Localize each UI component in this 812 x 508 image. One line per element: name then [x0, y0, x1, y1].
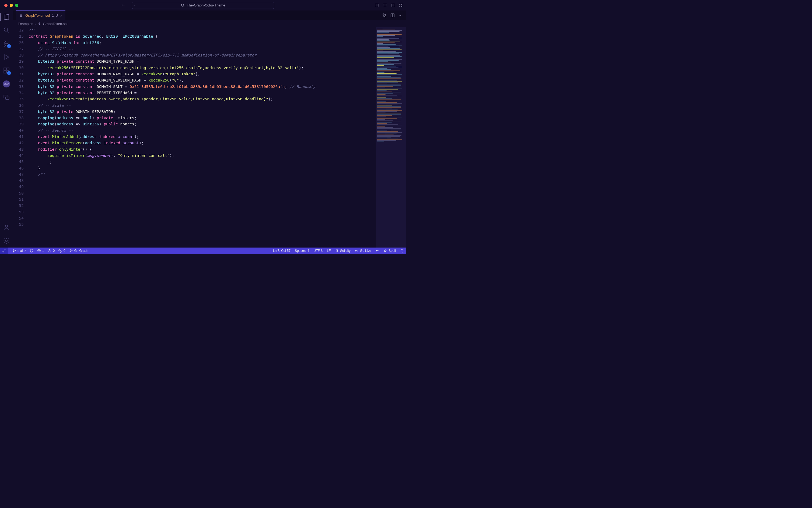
window-maximize-button[interactable]: [15, 4, 18, 7]
chat-icon[interactable]: [3, 94, 10, 101]
minimap[interactable]: [376, 27, 406, 248]
ports[interactable]: 0: [58, 249, 66, 253]
go-live-button[interactable]: Go Live: [355, 249, 371, 253]
svg-rect-16: [4, 95, 8, 98]
svg-point-24: [13, 251, 14, 252]
search-activity-icon[interactable]: [3, 27, 10, 34]
spell-button[interactable]: Spell: [383, 249, 396, 253]
git-graph-button[interactable]: Git Graph: [69, 249, 88, 253]
compare-changes-icon[interactable]: [382, 13, 387, 17]
svg-point-27: [60, 250, 61, 251]
tab-modifier: 1, U: [52, 14, 58, 17]
scm-badge: 1: [7, 44, 11, 48]
command-center-text: The-Graph-Color-Theme: [187, 3, 225, 7]
more-actions-icon[interactable]: ⋯: [399, 13, 403, 18]
titlebar: ← → The-Graph-Color-Theme: [0, 0, 406, 10]
extensions-icon[interactable]: 1: [3, 67, 10, 74]
solidity-file-icon: [19, 13, 23, 18]
layout-icon[interactable]: [399, 3, 403, 7]
notifications-icon[interactable]: [400, 249, 404, 253]
svg-point-9: [4, 41, 5, 42]
window-minimize-button[interactable]: [10, 4, 13, 7]
encoding[interactable]: UTF-8: [313, 249, 323, 253]
solidity-file-icon: [37, 22, 41, 26]
breadcrumb[interactable]: Examples › GraphToken.sol: [13, 20, 406, 27]
split-editor-icon[interactable]: [391, 13, 395, 17]
svg-point-29: [70, 251, 71, 252]
svg-rect-1: [375, 4, 379, 7]
svg-rect-4: [400, 4, 401, 5]
svg-point-19: [6, 240, 7, 242]
breadcrumb-folder[interactable]: Examples: [18, 22, 33, 26]
svg-point-8: [4, 28, 7, 31]
svg-rect-13: [7, 68, 9, 70]
indentation[interactable]: Spaces: 4: [295, 249, 309, 253]
accounts-icon[interactable]: [3, 224, 10, 231]
eol[interactable]: LF: [327, 249, 331, 253]
svg-rect-14: [4, 71, 6, 73]
copilot-icon[interactable]: [375, 249, 379, 253]
language-mode[interactable]: Solidity: [335, 249, 351, 253]
explorer-icon[interactable]: [3, 13, 10, 20]
svg-point-30: [72, 251, 72, 251]
svg-point-0: [181, 4, 184, 6]
panel-bottom-icon[interactable]: [383, 3, 387, 7]
panel-left-icon[interactable]: [375, 3, 379, 7]
source-control-icon[interactable]: 1: [3, 40, 10, 47]
tab-filename: GraphToken.sol: [25, 13, 50, 17]
svg-point-21: [385, 16, 386, 17]
nav-back-icon[interactable]: ←: [121, 2, 125, 8]
window-close-button[interactable]: [4, 4, 7, 7]
code-content[interactable]: /**contract GraphToken is Governed, ERC2…: [29, 27, 376, 248]
svg-point-32: [376, 250, 377, 251]
svg-rect-3: [392, 4, 395, 7]
remote-button[interactable]: [0, 248, 8, 254]
panel-right-icon[interactable]: [391, 3, 395, 7]
breadcrumb-file[interactable]: GraphToken.sol: [43, 22, 67, 26]
svg-rect-7: [402, 6, 403, 7]
settings-gear-icon[interactable]: [3, 237, 10, 244]
editor-tabs: GraphToken.sol 1, U × ⋯: [13, 10, 406, 20]
status-bar: main* 1 0 0 Git Graph Ln 7, Col 57 Space…: [0, 248, 406, 254]
svg-point-33: [377, 250, 378, 251]
svg-point-28: [70, 249, 71, 250]
svg-rect-6: [400, 6, 401, 7]
svg-point-34: [385, 250, 386, 251]
svg-point-25: [15, 250, 15, 251]
svg-point-18: [5, 225, 8, 227]
tab-close-icon[interactable]: ×: [60, 13, 62, 18]
code-editor[interactable]: 1225262728293031323334353637383940414243…: [13, 27, 376, 248]
chevron-right-icon: ›: [35, 22, 36, 26]
svg-rect-2: [383, 4, 387, 7]
run-debug-icon[interactable]: [3, 53, 10, 60]
extensions-badge: 1: [7, 71, 11, 75]
svg-point-23: [13, 249, 14, 250]
command-center[interactable]: The-Graph-Color-Theme: [132, 2, 274, 9]
activity-bar: 1 1 Json: [0, 10, 13, 248]
svg-rect-5: [402, 4, 403, 5]
line-number-gutter: 1225262728293031323334353637383940414243…: [13, 27, 29, 248]
errors-count[interactable]: 1: [37, 249, 44, 253]
cursor-position[interactable]: Ln 7, Col 57: [273, 249, 290, 253]
json-icon[interactable]: Json: [3, 80, 10, 87]
svg-rect-12: [4, 68, 6, 70]
git-branch[interactable]: main*: [12, 249, 26, 253]
sync-button[interactable]: [30, 249, 33, 253]
warnings-count[interactable]: 0: [48, 249, 55, 253]
tab-graphtoken[interactable]: GraphToken.sol 1, U ×: [15, 10, 66, 20]
svg-point-10: [4, 45, 5, 46]
search-icon: [181, 3, 185, 7]
svg-point-20: [383, 14, 384, 15]
svg-point-31: [356, 250, 357, 251]
